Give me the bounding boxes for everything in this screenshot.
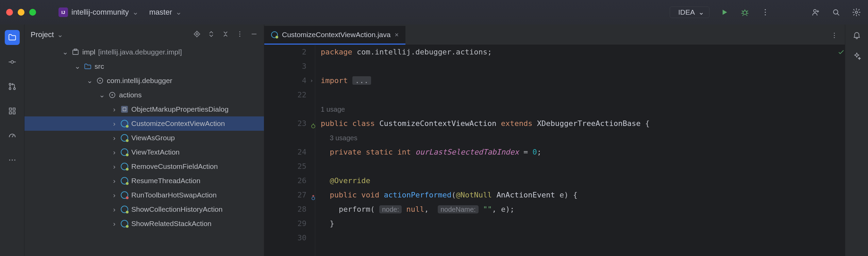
project-switcher[interactable]: IJ intellij-community ⌄ [59,7,138,17]
code-line[interactable]: public class CustomizeContextViewAction … [321,116,845,131]
gutter-line[interactable] [264,131,306,145]
notifications-button[interactable] [852,31,861,41]
tree-node[interactable]: ›ShowCollectionHistoryAction [24,202,264,217]
gutter-line[interactable]: 28 [264,202,306,217]
code-line[interactable]: import ... [321,74,845,88]
package-icon [108,91,116,99]
gutter-line[interactable]: 27 [264,188,306,202]
svg-point-22 [195,32,199,36]
code-line[interactable]: @Override [321,174,845,188]
chevron-right-icon[interactable]: › [111,119,118,128]
settings-button[interactable] [851,7,862,18]
code-line[interactable]: } [321,217,845,231]
code-line[interactable]: package com.intellij.debugger.actions; [321,45,845,59]
tree-node[interactable]: ›ViewTextAction [24,145,264,159]
collapse-all-button[interactable] [222,30,229,39]
debug-button[interactable] [739,7,750,18]
gutter-line[interactable]: 3 [264,59,306,74]
tree-node[interactable]: ⌄actions [24,88,264,102]
gutter-line[interactable]: 2 [264,45,306,59]
chevron-right-icon[interactable]: › [111,205,118,213]
structure-tool-button[interactable] [5,103,20,118]
commit-tool-button[interactable] [5,54,20,69]
code-line[interactable] [321,231,845,245]
run-button[interactable] [719,7,730,18]
gutter-line[interactable]: 23 [264,116,306,131]
editor-tab[interactable]: CustomizeContextViewAction.java × [264,26,405,45]
commit-icon [8,58,17,66]
chevron-down-icon[interactable]: ⌄ [74,62,81,70]
fold-expand-icon[interactable]: › [310,74,313,88]
tree-node-label: RunToolbarHotSwapAction [131,191,217,199]
problems-indicator[interactable] [837,45,845,59]
overrides-method-icon[interactable] [310,192,317,198]
tab-options-button[interactable] [824,26,845,45]
maximize-window-button[interactable] [29,9,36,16]
code-line[interactable] [321,59,845,74]
chevron-down-icon[interactable]: ⌄ [62,48,69,56]
git-branch-switcher[interactable]: master ⌄ [146,8,182,17]
chevron-down-icon[interactable]: ⌄ [99,91,105,99]
code-line[interactable]: perform( node: null, nodeName: "", e); [321,202,845,217]
svg-rect-15 [9,108,11,110]
code-line[interactable]: private static int ourLastSelectedTabInd… [321,145,845,159]
tree-node[interactable]: ›RemoveCustomFieldAction [24,159,264,174]
chevron-down-icon[interactable]: ⌄ [86,77,93,85]
code-line[interactable]: 3 usages [321,131,845,145]
tree-node[interactable]: ⌄src [24,59,264,74]
editor-gutter[interactable]: 234›222324252627282930 [264,45,313,256]
tree-node[interactable]: ›RunToolbarHotSwapAction [24,188,264,202]
tree-node[interactable]: ⌄com.intellij.debugger [24,74,264,88]
search-everywhere-button[interactable] [831,7,841,18]
chevron-right-icon[interactable]: › [111,191,118,199]
chevron-right-icon[interactable]: › [111,162,118,171]
gutter-line[interactable]: 26 [264,174,306,188]
panel-options-button[interactable] [236,30,244,39]
gutter-line[interactable]: 25 [264,159,306,174]
expand-all-button[interactable] [207,30,215,39]
code-line[interactable]: public void actionPerformed(@NotNull AnA… [321,188,845,202]
code-content[interactable]: package com.intellij.debugger.actions;im… [313,45,845,256]
code-with-me-button[interactable] [810,7,821,18]
pull-requests-tool-button[interactable] [5,79,20,94]
chevron-right-icon[interactable]: › [111,105,118,113]
gutter-line[interactable]: 4› [264,74,306,88]
more-tools-button[interactable] [5,153,20,167]
tree-node[interactable]: ›ResumeThreadAction [24,174,264,188]
hide-panel-button[interactable] [250,30,258,39]
gutter-line[interactable]: 24 [264,145,306,159]
gutter-line[interactable] [264,102,306,116]
chevron-right-icon[interactable]: › [111,220,118,228]
gutter-line[interactable]: 29 [264,217,306,231]
code-editor[interactable]: 234›222324252627282930 package com.intel… [264,45,845,256]
project-panel-title[interactable]: Project [31,30,54,39]
chevron-down-icon[interactable]: ⌄ [57,31,63,39]
tree-node[interactable]: ›CustomizeContextViewAction [24,116,264,131]
run-config-selector[interactable]: IDEA ⌄ [670,6,710,18]
chevron-right-icon[interactable]: › [111,177,118,185]
has-implementations-icon[interactable] [310,120,317,127]
ai-assistant-button[interactable] [852,51,861,62]
code-line[interactable]: 1 usage [321,102,845,116]
more-actions-button[interactable] [760,7,771,18]
chevron-right-icon[interactable]: › [111,134,118,142]
close-window-button[interactable] [6,9,13,16]
titlebar-right: IDEA ⌄ [670,6,862,18]
tree-node[interactable]: ›ViewAsGroup [24,131,264,145]
gutter-line[interactable]: 22 [264,88,306,102]
tree-node-label: ShowRelatedStackAction [131,220,212,228]
code-line[interactable] [321,88,845,102]
tree-node[interactable]: ›ObjectMarkupPropertiesDialog [24,102,264,116]
project-tool-button[interactable] [5,30,20,45]
select-opened-file-button[interactable] [193,30,201,39]
tree-node[interactable]: ›ShowRelatedStackAction [24,217,264,231]
chevron-down-icon: ⌄ [698,8,704,16]
minimize-window-button[interactable] [18,9,24,16]
chevron-right-icon[interactable]: › [111,148,118,156]
tree-node[interactable]: ⌄impl [intellij.java.debugger.impl] [24,45,264,59]
close-tab-button[interactable]: × [395,31,399,39]
services-tool-button[interactable] [5,128,20,143]
project-tree[interactable]: ⌄impl [intellij.java.debugger.impl]⌄src⌄… [24,45,264,235]
gutter-line[interactable]: 30 [264,231,306,245]
code-line[interactable] [321,159,845,174]
